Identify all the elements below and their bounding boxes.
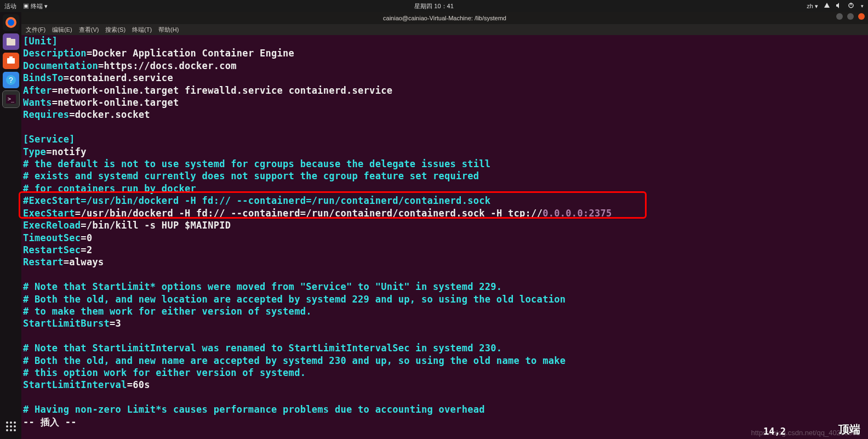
menu-search[interactable]: 搜索(S) xyxy=(105,26,125,34)
svg-point-14 xyxy=(14,421,16,424)
svg-point-12 xyxy=(6,421,8,424)
svg-rect-6 xyxy=(7,58,15,64)
window-close-button[interactable] xyxy=(858,13,865,20)
svg-point-3 xyxy=(8,19,14,26)
terminal-editor-area[interactable]: [Unit] Description=Docker Application Co… xyxy=(21,35,868,439)
lang-indicator[interactable]: zh ▾ xyxy=(807,3,818,10)
window-maximize-button[interactable] xyxy=(847,13,854,20)
ubuntu-dock: ? >_ xyxy=(0,12,21,439)
dock-software-icon[interactable] xyxy=(3,53,19,69)
svg-rect-7 xyxy=(9,56,13,59)
svg-point-17 xyxy=(14,425,16,427)
dock-help-icon[interactable]: ? xyxy=(3,72,19,88)
dock-files-icon[interactable] xyxy=(3,33,19,50)
menu-terminal[interactable]: 终端(T) xyxy=(132,26,152,34)
menu-edit[interactable]: 编辑(E) xyxy=(52,26,72,34)
dock-terminal-icon[interactable]: >_ xyxy=(3,91,19,107)
svg-point-19 xyxy=(10,429,12,431)
gnome-topbar: 活动 ▣ 终端 ▾ 星期四 10：41 zh ▾ ▾ xyxy=(0,0,868,12)
svg-point-13 xyxy=(10,421,12,424)
terminal-menubar: 文件(F) 编辑(E) 查看(V) 搜索(S) 终端(T) 帮助(H) xyxy=(21,24,868,35)
menu-file[interactable]: 文件(F) xyxy=(26,26,45,34)
svg-text:?: ? xyxy=(9,76,13,84)
dock-show-apps-icon[interactable] xyxy=(3,418,19,435)
activities-button[interactable]: 活动 xyxy=(4,2,16,10)
system-menu-chevron-icon[interactable]: ▾ xyxy=(861,3,864,9)
clock[interactable]: 星期四 10：41 xyxy=(414,2,454,10)
menu-view[interactable]: 查看(V) xyxy=(79,26,99,34)
volume-icon[interactable] xyxy=(836,2,842,10)
watermark: https://blog.csdn.net/qq_40298902 xyxy=(751,429,861,437)
power-icon[interactable] xyxy=(848,2,854,10)
window-chrome xyxy=(21,12,868,24)
svg-point-18 xyxy=(6,429,8,431)
svg-text:>_: >_ xyxy=(8,96,15,102)
menu-help[interactable]: 帮助(H) xyxy=(158,26,179,34)
svg-point-15 xyxy=(6,425,8,427)
svg-point-20 xyxy=(14,429,16,431)
svg-rect-5 xyxy=(7,38,11,40)
dock-firefox-icon[interactable] xyxy=(3,14,19,31)
terminal-indicator[interactable]: ▣ 终端 ▾ xyxy=(23,2,48,10)
window-minimize-button[interactable] xyxy=(836,13,843,20)
svg-point-16 xyxy=(10,425,12,427)
network-icon[interactable] xyxy=(824,2,830,10)
vim-mode-indicator: -- 插入 -- xyxy=(23,417,77,427)
window-controls xyxy=(836,13,865,20)
